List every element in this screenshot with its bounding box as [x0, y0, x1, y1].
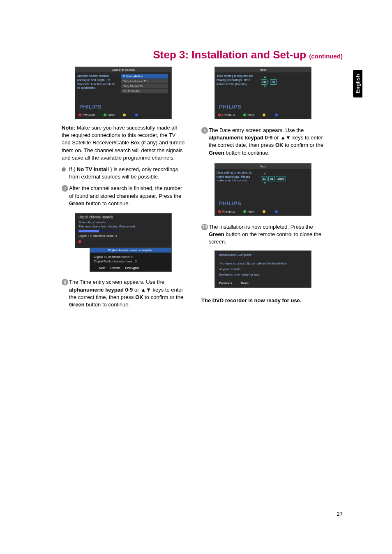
minutes-field[interactable]: 00 — [270, 79, 277, 85]
next-button[interactable]: Next — [99, 266, 105, 270]
step-number-icon: 10 — [201, 224, 208, 230]
blue-dot-icon — [275, 114, 278, 116]
option-digital[interactable]: Only Digital TV — [121, 84, 168, 88]
right-column: Time Time setting is required for making… — [201, 67, 325, 304]
scr-button-bar: Previous Start — [75, 112, 171, 118]
green-dot-icon — [243, 210, 246, 213]
step-10-text: The installation is now completed. Press… — [209, 223, 325, 246]
scr-header: Channel search — [75, 67, 171, 72]
yellow-button[interactable] — [263, 210, 267, 213]
option-no-tv[interactable]: No TV install — [121, 89, 168, 93]
previous-button[interactable]: Previous — [218, 113, 235, 117]
dcs-found-top: Digital TV channels found: 3 — [78, 234, 168, 238]
digital-channel-search-screenshot: Digital channel search Searching channel… — [75, 213, 172, 272]
yellow-dot-icon — [123, 114, 126, 116]
step-9-text: The Date entry screen appears. Use the a… — [209, 127, 325, 157]
progress-fill — [78, 230, 99, 232]
step-9: 9 The Date entry screen appears. Use the… — [201, 127, 325, 157]
scr-options: Full installation Only Analogue TV Only … — [120, 72, 171, 95]
ic-line2: of your recorder. — [219, 267, 307, 272]
step-number-icon: 9 — [201, 127, 208, 134]
left-column: Channel search Channel search installs A… — [62, 67, 185, 308]
bullet-icon — [62, 167, 66, 172]
ic-header: Installataion Complete — [215, 251, 311, 261]
step-8: 8 The Time entry screen appears. Use the… — [62, 278, 185, 308]
philips-logo: PHILIPS — [219, 104, 241, 110]
down-arrow-icon: ▼ — [263, 181, 267, 185]
scr-help-text: Channel search installs Analogue and Dig… — [75, 72, 120, 95]
yellow-dot-icon — [263, 210, 265, 213]
dcs-radio-found: Digital Radio channels found: 3 — [94, 260, 167, 264]
previous-button[interactable]: Previous — [218, 210, 235, 213]
green-dot-icon — [104, 114, 106, 116]
scr-header: Date — [215, 164, 311, 169]
restart-button[interactable]: Restart — [110, 266, 120, 270]
check-signal-button[interactable]: ChkSignal — [125, 266, 139, 270]
note-paragraph: Note: Make sure you have successfully ma… — [62, 124, 185, 162]
title-main: Step 3: Installation and Set-up — [153, 49, 309, 61]
red-dot-icon — [78, 240, 81, 243]
yellow-button[interactable] — [123, 113, 127, 117]
blue-button[interactable] — [135, 113, 139, 117]
final-note: The DVD recorder is now ready for use. — [201, 297, 325, 304]
up-arrow-icon: ▲ — [263, 172, 267, 175]
colon: : — [268, 80, 269, 84]
install-complete-screenshot: Installataion Complete You have successf… — [214, 250, 311, 288]
title-continued: (continued) — [309, 53, 343, 60]
red-dot-icon — [218, 114, 221, 116]
step-7: 7 After the channel search is finished, … — [62, 185, 185, 207]
no-tv-text: If { No TV install } is selected, only r… — [69, 166, 185, 181]
note-label: Note: — [62, 125, 75, 131]
step-8-text: The Time entry screen appears. Use the a… — [69, 278, 185, 308]
philips-logo: PHILIPS — [79, 104, 101, 110]
time-input[interactable]: 00 : 00 — [261, 79, 277, 85]
yellow-button[interactable] — [263, 113, 267, 117]
scr-help-text: Date setting is required to make recordi… — [215, 169, 259, 187]
blue-dot-icon — [135, 114, 138, 116]
dcs-wait: This may take a few minutes. Please wait… — [78, 225, 168, 229]
channel-search-screenshot: Channel search Channel search installs A… — [75, 67, 172, 119]
philips-logo: PHILIPS — [219, 200, 241, 206]
start-button[interactable]: Start — [104, 113, 115, 117]
year-field[interactable]: 2007 — [276, 176, 286, 181]
hours-field[interactable]: 00 — [261, 79, 267, 85]
date-screenshot: Date Date setting is required to make re… — [214, 163, 311, 216]
scr-help-text: Time setting is required for making reco… — [215, 72, 259, 90]
page-number: 27 — [337, 511, 343, 517]
page-title: Step 3: Installation and Set-up (continu… — [153, 49, 343, 61]
dcs-tv-found: Digital TV channels found: 9 — [94, 255, 167, 260]
step-number-icon: 8 — [62, 279, 68, 285]
ic-line1: You have successfully completed the inst… — [219, 261, 307, 266]
blue-button[interactable] — [275, 113, 279, 117]
progress-bar — [78, 230, 115, 232]
done-button[interactable]: Done — [241, 281, 249, 285]
ic-line3: System is now ready for use. — [219, 272, 307, 277]
step-7-text: After the channel search is finished, th… — [69, 185, 185, 207]
dcs-header: Digital channel search — [78, 215, 168, 219]
time-screenshot: Time Time setting is required for making… — [214, 67, 311, 119]
date-input[interactable]: 31 01 2007 — [261, 176, 286, 181]
previous-button[interactable]: Previous — [78, 113, 95, 117]
month-field[interactable]: 01 — [268, 176, 275, 181]
option-full-install[interactable]: Full installation — [121, 74, 168, 79]
language-tab: English — [353, 70, 362, 97]
down-arrow-icon: ▼ — [263, 85, 267, 88]
no-tv-bullet: If { No TV install } is selected, only r… — [62, 166, 185, 181]
option-analogue[interactable]: Only Analogue TV — [121, 79, 168, 83]
yellow-dot-icon — [263, 114, 265, 116]
dcs-searching: Searching channels. — [78, 220, 168, 225]
scr-header: Time — [215, 67, 311, 72]
up-arrow-icon: ▲ — [263, 75, 267, 79]
dcs-completed-bar: Digital channel search completed — [90, 248, 171, 253]
red-dot-icon — [78, 114, 81, 116]
step-number-icon: 7 — [62, 185, 68, 192]
red-dot-icon — [218, 210, 221, 213]
next-button[interactable]: Next — [243, 113, 254, 117]
day-field[interactable]: 31 — [261, 176, 267, 181]
step-10: 10 The installation is now completed. Pr… — [201, 223, 325, 246]
blue-button[interactable] — [275, 210, 279, 213]
previous-button[interactable]: Previous — [219, 281, 232, 285]
blue-dot-icon — [275, 210, 278, 213]
note-text: Make sure you have successfully made all… — [62, 125, 184, 161]
next-button[interactable]: Next — [243, 210, 254, 213]
